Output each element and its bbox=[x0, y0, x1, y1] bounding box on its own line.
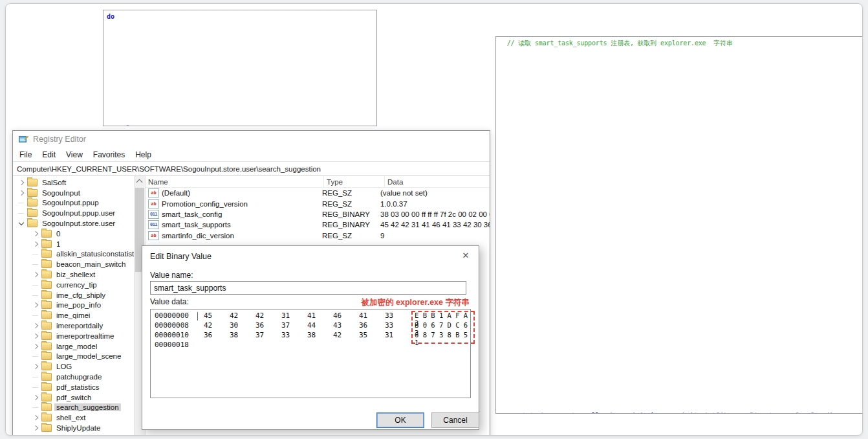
hex-byte: 33 bbox=[385, 311, 411, 320]
tree-item-shell_ext[interactable]: shell_ext bbox=[13, 412, 135, 423]
value-name-input[interactable]: smart_task_supports bbox=[150, 281, 466, 295]
tree-item-SogouInput.ppup.user[interactable]: SogouInput.ppup.user bbox=[13, 208, 135, 218]
menu-edit[interactable]: Edit bbox=[37, 149, 61, 161]
value-data: 45 42 42 31 41 46 41 33 42 30 36 37 44 4… bbox=[380, 221, 490, 229]
value-row-(Default)[interactable]: ab(Default)REG_SZ(value not set) bbox=[146, 188, 490, 198]
tree-item-label: search_suggestion bbox=[54, 403, 121, 411]
tree-expander-icon[interactable] bbox=[31, 343, 40, 350]
tree-item-imereportdaily[interactable]: imereportdaily bbox=[13, 321, 135, 331]
hex-row-00000010[interactable]: 0000001036383733384235316 8 7 3 8 B 5 1 bbox=[151, 331, 470, 341]
folder-icon bbox=[41, 271, 52, 278]
value-data: (value not set) bbox=[380, 189, 490, 197]
hex-row-00000000[interactable]: 000000004542423141464133E B B 1 A F A 3 bbox=[151, 311, 470, 321]
tree-item-imereportrealtime[interactable]: imereportrealtime bbox=[13, 331, 135, 341]
screenshot-root: { "colors": { "accent_blue": "#0078d7", … bbox=[0, 0, 868, 439]
tree-item-currency_tip[interactable]: currency_tip bbox=[13, 280, 135, 290]
hex-byte: 41 bbox=[359, 311, 385, 320]
code-line: ++n8; bbox=[107, 124, 373, 126]
folder-icon bbox=[41, 363, 52, 370]
tree-item-SalSoft[interactable]: SalSoft bbox=[13, 177, 135, 188]
folder-icon bbox=[41, 383, 52, 391]
tree-item-SogouInput.ppup[interactable]: SogouInput.ppup bbox=[13, 198, 135, 208]
hex-row-00000018[interactable]: 00000018 bbox=[151, 341, 470, 350]
menu-view[interactable]: View bbox=[61, 149, 88, 161]
reg-binary-icon: 011 bbox=[148, 210, 159, 219]
hex-editor[interactable]: 000000004542423141464133E B B 1 A F A 30… bbox=[150, 309, 471, 398]
tree-item-ShiplyUpdate[interactable]: ShiplyUpdate bbox=[13, 423, 135, 433]
hex-byte: 33 bbox=[385, 321, 411, 330]
tree-item-ime_qimei[interactable]: ime_qimei bbox=[13, 310, 135, 321]
tree-expander-icon[interactable] bbox=[31, 394, 40, 401]
value-row-smartinfo_dic_version[interactable]: absmartinfo_dic_versionREG_SZ9 bbox=[146, 231, 490, 241]
value-data: 1.0.0.37 bbox=[380, 200, 490, 208]
tree-item-label: large_model_scene bbox=[54, 352, 123, 360]
tree-item-large_model_scene[interactable]: large_model_scene bbox=[13, 352, 135, 362]
tree-connector bbox=[31, 404, 40, 411]
value-row-smart_task_config[interactable]: 011smart_task_configREG_BINARY38 03 00 0… bbox=[146, 209, 490, 220]
close-icon[interactable]: ✕ bbox=[461, 251, 471, 261]
tree-item-patchupgrade[interactable]: patchupgrade bbox=[13, 372, 135, 382]
values-header: Name Type Data bbox=[146, 176, 490, 188]
folder-icon bbox=[41, 394, 52, 401]
tree-item-label: beacon_main_switch bbox=[54, 260, 127, 268]
tree-expander-icon[interactable] bbox=[31, 322, 40, 329]
menu-file[interactable]: File bbox=[14, 149, 37, 161]
column-header-type[interactable]: Type bbox=[324, 176, 385, 187]
tree-expander-icon[interactable] bbox=[31, 425, 40, 431]
folder-icon bbox=[27, 220, 38, 227]
folder-icon bbox=[27, 179, 38, 186]
column-header-name[interactable]: Name bbox=[146, 176, 324, 187]
tree-expander-icon[interactable] bbox=[31, 241, 40, 247]
tree-item-label: 1 bbox=[54, 240, 62, 248]
address-bar-input[interactable]: Computer\HKEY_CURRENT_USER\SOFTWARE\Sogo… bbox=[13, 161, 490, 176]
tree-item-pdf_switch[interactable]: pdf_switch bbox=[13, 392, 135, 403]
tree-connector bbox=[17, 210, 26, 216]
tree-item-beacon_main_switch[interactable]: beacon_main_switch bbox=[13, 259, 135, 269]
tree-expander-icon[interactable] bbox=[31, 333, 40, 339]
ok-button[interactable]: OK bbox=[376, 412, 424, 428]
hex-row-00000008[interactable]: 000000084230363744433633B 0 6 7 D C 6 3 bbox=[151, 321, 470, 331]
tree-item-label: LOG bbox=[54, 363, 74, 370]
column-header-data[interactable]: Data bbox=[385, 176, 490, 187]
cancel-button[interactable]: Cancel bbox=[431, 412, 479, 428]
tree-expander-icon[interactable] bbox=[17, 179, 26, 186]
tree-item-0[interactable]: 0 bbox=[13, 229, 135, 239]
tree-item-large_model[interactable]: large_model bbox=[13, 341, 135, 352]
tree-item-pdf_statistics[interactable]: pdf_statistics bbox=[13, 382, 135, 392]
folder-icon bbox=[41, 260, 52, 268]
tree-item-allskin_statusiconstatistics[interactable]: allskin_statusiconstatistics bbox=[13, 249, 135, 260]
folder-icon bbox=[41, 403, 52, 411]
tree-item-SogouInput.store.user[interactable]: SogouInput.store.user bbox=[13, 218, 135, 229]
tree-expander-icon[interactable] bbox=[31, 231, 40, 237]
tree-item-1[interactable]: 1 bbox=[13, 239, 135, 249]
tree-connector bbox=[31, 312, 40, 319]
value-row-Promotion_config_version[interactable]: abPromotion_config_versionREG_SZ1.0.0.37 bbox=[146, 198, 490, 208]
tree-item-search_suggestion[interactable]: search_suggestion bbox=[13, 403, 135, 413]
value-type: REG_BINARY bbox=[322, 221, 380, 229]
value-row-smart_task_supports[interactable]: 011smart_task_supportsREG_BINARY45 42 42… bbox=[146, 220, 490, 230]
hex-byte: 44 bbox=[307, 321, 333, 330]
tree-expander-icon[interactable] bbox=[31, 363, 40, 370]
tree-item-label: currency_tip bbox=[54, 281, 99, 289]
tree-item-SogouInput[interactable]: SogouInput bbox=[13, 188, 135, 198]
tree-expander-icon[interactable] bbox=[17, 220, 26, 227]
tree-item-biz_shellext[interactable]: biz_shellext bbox=[13, 269, 135, 280]
menu-favorites[interactable]: Favorites bbox=[88, 149, 130, 161]
reg-sz-icon: ab bbox=[148, 231, 159, 240]
values-list: ab(Default)REG_SZ(value not set)abPromot… bbox=[146, 188, 490, 241]
menu-help[interactable]: Help bbox=[130, 149, 157, 161]
tree-connector bbox=[31, 374, 40, 380]
tree-item-ime_pop_info[interactable]: ime_pop_info bbox=[13, 300, 135, 311]
tree-item-LOG[interactable]: LOG bbox=[13, 361, 135, 372]
scroll-up-icon[interactable] bbox=[136, 179, 143, 186]
tree-connector bbox=[31, 384, 40, 390]
title-bar: Registry Editor bbox=[13, 131, 490, 148]
tree-expander-icon[interactable] bbox=[31, 271, 40, 278]
tree-item-ime_cfg_shiply[interactable]: ime_cfg_shiply bbox=[13, 290, 135, 300]
reg-sz-icon: ab bbox=[148, 188, 159, 197]
content-card: do ++n8;while ( aSmartTaskSuppo[n8] );ff… bbox=[5, 3, 863, 436]
value-data: 38 03 00 00 ff ff ff 7f 2c 00 02 00 02 0… bbox=[380, 210, 490, 218]
tree-expander-icon[interactable] bbox=[17, 190, 26, 196]
tree-expander-icon[interactable] bbox=[31, 414, 40, 421]
tree-expander-icon[interactable] bbox=[31, 302, 40, 308]
